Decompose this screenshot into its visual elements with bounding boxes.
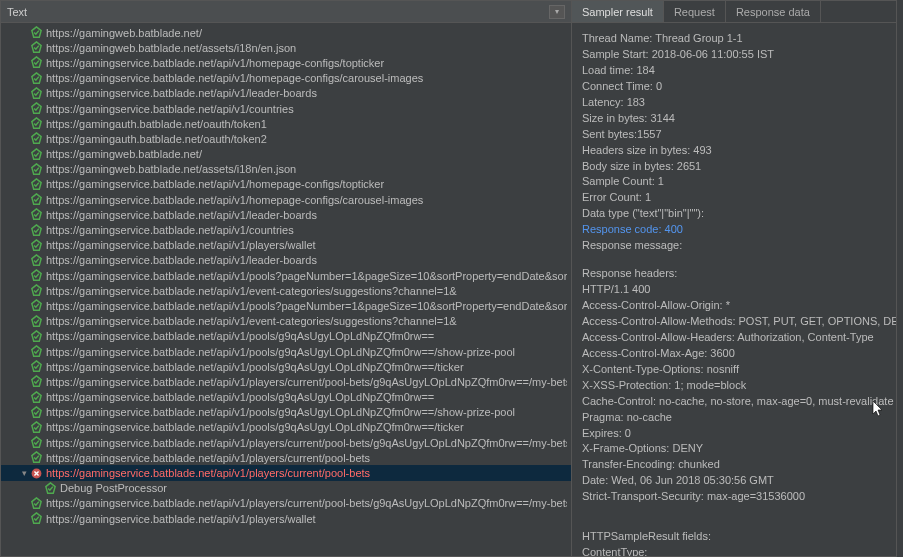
tree-row[interactable]: https://gamingservice.batblade.net/api/v… (1, 496, 571, 511)
tree-row[interactable]: https://gamingservice.batblade.net/api/v… (1, 390, 571, 405)
tree-row[interactable]: Debug PostProcessor (1, 481, 571, 496)
tree-row-label: https://gamingservice.batblade.net/api/v… (46, 103, 294, 115)
status-error-icon (29, 466, 43, 480)
tree-row[interactable]: https://gamingservice.batblade.net/api/v… (1, 329, 571, 344)
detail-line: Response message: (582, 238, 886, 254)
tree-row-label: https://gamingweb.batblade.net/assets/i1… (46, 42, 296, 54)
tree-body[interactable]: https://gamingweb.batblade.net/https://g… (1, 23, 571, 556)
tree-row-label: https://gamingservice.batblade.net/api/v… (46, 391, 434, 403)
detail-line: Access-Control-Allow-Origin: * (582, 298, 886, 314)
detail-line: HTTP/1.1 400 (582, 282, 886, 298)
status-success-icon (29, 299, 43, 313)
tree-row[interactable]: https://gamingauth.batblade.net/oauth/to… (1, 116, 571, 131)
tree-row[interactable]: https://gamingservice.batblade.net/api/v… (1, 177, 571, 192)
status-success-icon (29, 253, 43, 267)
tree-row[interactable]: https://gamingservice.batblade.net/api/v… (1, 55, 571, 70)
tree-row[interactable]: https://gamingservice.batblade.net/api/v… (1, 253, 571, 268)
tree-row[interactable]: https://gamingservice.batblade.net/api/v… (1, 420, 571, 435)
status-success-icon (29, 223, 43, 237)
tree-row[interactable]: ▾https://gamingservice.batblade.net/api/… (1, 465, 571, 480)
status-success-icon (29, 132, 43, 146)
status-success-icon (29, 86, 43, 100)
status-success-icon (29, 436, 43, 450)
detail-line: Access-Control-Allow-Methods: POST, PUT,… (582, 314, 886, 330)
status-success-icon (29, 117, 43, 131)
chevron-down-icon[interactable]: ▾ (19, 468, 29, 478)
tree-row[interactable]: https://gamingservice.batblade.net/api/v… (1, 222, 571, 237)
status-success-icon (29, 147, 43, 161)
status-success-icon (43, 481, 57, 495)
detail-line: ContentType: (582, 545, 886, 556)
detail-line: Access-Control-Max-Age: 3600 (582, 346, 886, 362)
tree-row[interactable]: https://gamingservice.batblade.net/api/v… (1, 86, 571, 101)
detail-line: Expires: 0 (582, 426, 886, 442)
status-success-icon (29, 496, 43, 510)
status-success-icon (29, 360, 43, 374)
detail-line: Connect Time: 0 (582, 79, 886, 95)
tab-request[interactable]: Request (664, 1, 726, 22)
detail-line: Response code: 400 (582, 222, 886, 238)
tree-row-label: https://gamingservice.batblade.net/api/v… (46, 178, 384, 190)
tree-row[interactable]: https://gamingweb.batblade.net/ (1, 147, 571, 162)
detail-line: Sent bytes:1557 (582, 127, 886, 143)
status-success-icon (29, 375, 43, 389)
tree-row-label: https://gamingservice.batblade.net/api/v… (46, 497, 567, 509)
tree-row[interactable]: https://gamingservice.batblade.net/api/v… (1, 359, 571, 374)
detail-line: X-Content-Type-Options: nosniff (582, 362, 886, 378)
tree-row[interactable]: https://gamingweb.batblade.net/ (1, 25, 571, 40)
tree-row-label: https://gamingservice.batblade.net/api/v… (46, 239, 316, 251)
tree-row[interactable]: https://gamingservice.batblade.net/api/v… (1, 71, 571, 86)
tree-row[interactable]: https://gamingservice.batblade.net/api/v… (1, 405, 571, 420)
tree-row-label: https://gamingservice.batblade.net/api/v… (46, 513, 316, 525)
tree-row[interactable]: https://gamingservice.batblade.net/api/v… (1, 435, 571, 450)
tree-row-label: https://gamingservice.batblade.net/api/v… (46, 194, 423, 206)
column-header-label: Text (7, 6, 549, 18)
status-success-icon (29, 71, 43, 85)
detail-body[interactable]: Thread Name: Thread Group 1-1Sample Star… (572, 23, 896, 556)
tree-row-label: https://gamingweb.batblade.net/ (46, 148, 202, 160)
detail-line: X-XSS-Protection: 1; mode=block (582, 378, 886, 394)
tree-row-label: https://gamingservice.batblade.net/api/v… (46, 300, 567, 312)
tree-row[interactable]: https://gamingweb.batblade.net/assets/i1… (1, 162, 571, 177)
tree-row[interactable]: https://gamingservice.batblade.net/api/v… (1, 374, 571, 389)
detail-line: Data type ("text"|"bin"|""): (582, 206, 886, 222)
tree-row[interactable]: https://gamingservice.batblade.net/api/v… (1, 192, 571, 207)
tree-row[interactable]: https://gamingservice.batblade.net/api/v… (1, 268, 571, 283)
detail-line: Response headers: (582, 266, 886, 282)
tree-row[interactable]: https://gamingweb.batblade.net/assets/i1… (1, 40, 571, 55)
tab-response-data[interactable]: Response data (726, 1, 821, 22)
detail-line: Strict-Transport-Security: max-age=31536… (582, 489, 886, 505)
tree-row-label: https://gamingservice.batblade.net/api/v… (46, 376, 567, 388)
tree-row[interactable]: https://gamingservice.batblade.net/api/v… (1, 101, 571, 116)
tree-row[interactable]: https://gamingservice.batblade.net/api/v… (1, 450, 571, 465)
tree-row[interactable]: https://gamingservice.batblade.net/api/v… (1, 344, 571, 359)
column-header: Text ▾ (1, 1, 571, 23)
tree-row-label: https://gamingservice.batblade.net/api/v… (46, 224, 294, 236)
details-tab-bar: Sampler result Request Response data (572, 1, 896, 23)
tab-sampler-result[interactable]: Sampler result (572, 1, 664, 22)
status-success-icon (29, 208, 43, 222)
tree-row[interactable]: https://gamingservice.batblade.net/api/v… (1, 511, 571, 526)
status-success-icon (29, 162, 43, 176)
status-success-icon (29, 284, 43, 298)
status-success-icon (29, 177, 43, 191)
tree-row[interactable]: https://gamingservice.batblade.net/api/v… (1, 238, 571, 253)
tree-row[interactable]: https://gamingservice.batblade.net/api/v… (1, 298, 571, 313)
tree-row-label: https://gamingservice.batblade.net/api/v… (46, 87, 317, 99)
tree-row-label: https://gamingservice.batblade.net/api/v… (46, 421, 464, 433)
status-success-icon (29, 269, 43, 283)
detail-line: HTTPSampleResult fields: (582, 529, 886, 545)
detail-line: Cache-Control: no-cache, no-store, max-a… (582, 394, 886, 410)
tree-row-label: https://gamingservice.batblade.net/api/v… (46, 315, 457, 327)
tree-row-label: https://gamingservice.batblade.net/api/v… (46, 361, 464, 373)
detail-line: Error Count: 1 (582, 190, 886, 206)
column-dropdown-button[interactable]: ▾ (549, 5, 565, 19)
tree-row[interactable]: https://gamingservice.batblade.net/api/v… (1, 283, 571, 298)
tree-row[interactable]: https://gamingservice.batblade.net/api/v… (1, 207, 571, 222)
tree-row[interactable]: https://gamingservice.batblade.net/api/v… (1, 314, 571, 329)
status-success-icon (29, 56, 43, 70)
tree-row-label: https://gamingservice.batblade.net/api/v… (46, 270, 567, 282)
tree-row[interactable]: https://gamingauth.batblade.net/oauth/to… (1, 131, 571, 146)
detail-line: X-Frame-Options: DENY (582, 441, 886, 457)
status-success-icon (29, 405, 43, 419)
